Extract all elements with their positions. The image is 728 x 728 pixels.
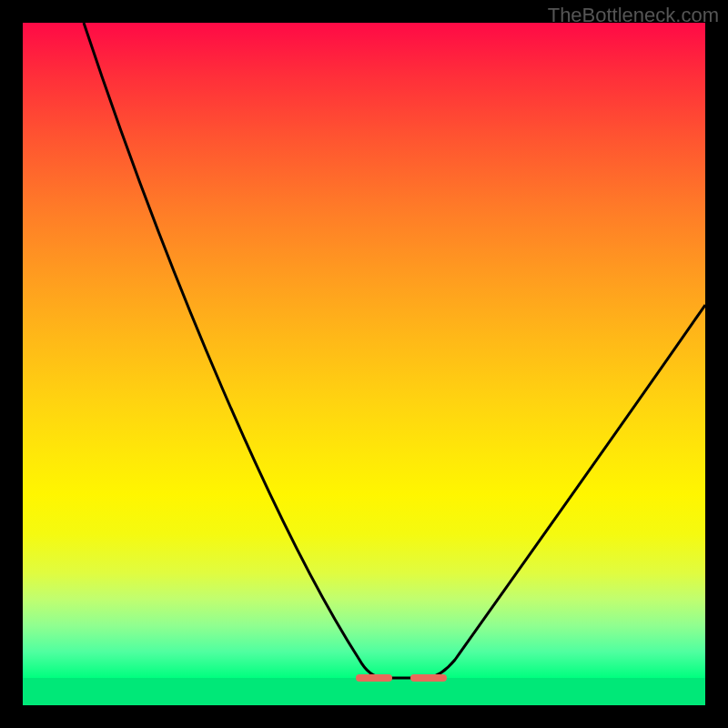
bottleneck-curve — [84, 23, 705, 678]
flat-marker-right — [410, 674, 447, 682]
chart-frame — [23, 23, 705, 705]
chart-curve-svg — [23, 23, 705, 705]
flat-marker-left — [356, 674, 392, 682]
watermark-text: TheBottleneck.com — [548, 4, 719, 27]
